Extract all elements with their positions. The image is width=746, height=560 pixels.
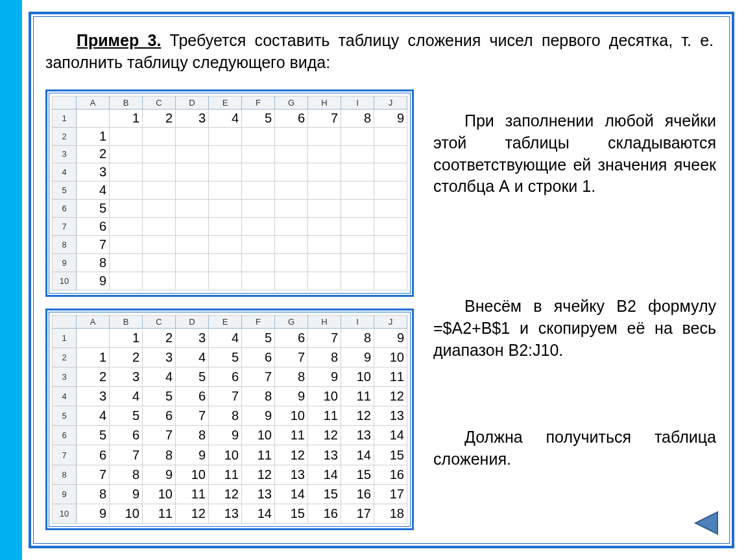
column-header: E: [209, 316, 242, 329]
cell: 10: [374, 347, 407, 367]
column-header: J: [374, 316, 407, 329]
cell: [341, 181, 374, 200]
cell: [275, 163, 308, 181]
svg-marker-0: [695, 512, 717, 534]
cell: 8: [341, 328, 374, 347]
cell: [143, 236, 176, 254]
row-header: 9: [53, 484, 77, 504]
cell: 2: [77, 145, 110, 163]
column-header: G: [275, 97, 308, 110]
cell: 3: [77, 163, 110, 181]
cell: 5: [242, 109, 275, 127]
cell: [341, 163, 374, 181]
cell: 2: [143, 109, 176, 127]
cell: [242, 181, 275, 200]
cell: 12: [308, 426, 341, 445]
cell: 12: [176, 504, 209, 523]
cell: 13: [341, 426, 374, 445]
cell: 8: [209, 406, 242, 426]
cell: [275, 200, 308, 218]
paragraph-1-text: При заполнении любой ячейки этой таблицы…: [433, 111, 716, 195]
corner-cell: [53, 97, 77, 110]
cell: 12: [209, 484, 242, 504]
cell: [308, 200, 341, 218]
cell: 9: [77, 504, 110, 523]
row-header: 10: [53, 504, 77, 523]
cell: 3: [176, 109, 209, 127]
cell: 7: [209, 387, 242, 406]
cell: 13: [275, 465, 308, 484]
cell: [110, 145, 143, 163]
cell: 6: [242, 347, 275, 367]
cell: 1: [110, 109, 143, 127]
column-header: H: [308, 316, 341, 329]
cell: [275, 145, 308, 163]
row-header: 9: [53, 254, 77, 272]
cell: 2: [77, 367, 110, 386]
cell: 1: [77, 127, 110, 145]
cell: [209, 181, 242, 200]
cell: 7: [176, 406, 209, 426]
column-header: B: [110, 316, 143, 329]
cell: [176, 200, 209, 218]
row-header: 1: [53, 328, 77, 347]
row-header: 5: [53, 181, 77, 200]
cell: [242, 236, 275, 254]
cell: 9: [209, 426, 242, 445]
cell: 7: [143, 426, 176, 445]
column-header: C: [143, 316, 176, 329]
cell: [341, 218, 374, 236]
cell: 6: [143, 406, 176, 426]
cell: [308, 181, 341, 200]
paragraph-3-text: Должна получиться таблица сложения.: [433, 428, 716, 468]
cell: 12: [341, 406, 374, 426]
back-button[interactable]: [692, 509, 723, 537]
column-header: A: [77, 97, 110, 110]
cell: [77, 109, 110, 127]
cell: 14: [242, 504, 275, 523]
paragraph-2: Внесём в ячейку В2 формулу =$A2+B$1 и ск…: [433, 296, 716, 361]
cell: [374, 145, 407, 163]
cell: [209, 236, 242, 254]
cell: 8: [77, 254, 110, 272]
cell: [110, 200, 143, 218]
cell: 7: [77, 236, 110, 254]
cell: 10: [209, 445, 242, 465]
cell: [110, 181, 143, 200]
row-header: 5: [53, 406, 77, 426]
cell: 12: [242, 465, 275, 484]
cell: 17: [374, 484, 407, 504]
cell: 9: [77, 272, 110, 290]
cell: 3: [110, 367, 143, 386]
cell: 9: [242, 406, 275, 426]
cell: 8: [275, 367, 308, 386]
cell: [242, 145, 275, 163]
cell: 7: [77, 465, 110, 484]
cell: 13: [242, 484, 275, 504]
cell: 6: [77, 218, 110, 236]
column-header: C: [143, 97, 176, 110]
row-header: 6: [53, 200, 77, 218]
cell: 8: [110, 465, 143, 484]
cell: [374, 200, 407, 218]
cell: 7: [110, 445, 143, 465]
paragraph-2-text: Внесём в ячейку В2 формулу =$A2+B$1 и ск…: [433, 297, 716, 359]
cell: [110, 254, 143, 272]
cell: [143, 218, 176, 236]
spreadsheet-table-2: ABCDEFGHIJ112345678921234567891032345678…: [52, 315, 407, 524]
column-header: D: [176, 316, 209, 329]
cell: [275, 272, 308, 290]
cell: 15: [275, 504, 308, 523]
cell: 12: [275, 445, 308, 465]
row-header: 3: [53, 145, 77, 163]
column-header: J: [374, 97, 407, 110]
cell: 5: [176, 367, 209, 386]
cell: 3: [176, 328, 209, 347]
cell: 8: [77, 484, 110, 504]
cell: [110, 236, 143, 254]
cell: [374, 163, 407, 181]
example-title: Пример 3.: [77, 31, 161, 49]
cell: [308, 272, 341, 290]
cell: [341, 200, 374, 218]
cell: 8: [308, 347, 341, 367]
